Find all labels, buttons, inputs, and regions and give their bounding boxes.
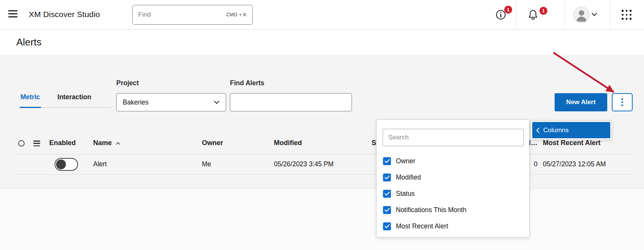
column-option-owner[interactable]: Owner [383,153,416,169]
chevron-down-icon [214,100,220,104]
alert-enabled-toggle[interactable] [55,158,78,171]
page-title: Alerts [16,36,41,48]
project-select-value: Bakeries [123,98,214,106]
search-shortcut-hint: CMD + K [226,12,252,17]
checkbox-checked-icon[interactable] [383,157,391,165]
toggle-knob [56,159,66,169]
project-select[interactable]: Bakeries [116,93,226,111]
content-area: Metric Interaction Project Bakeries Find… [0,56,644,250]
column-option-modified[interactable]: Modified [383,169,421,186]
alerts-tabs: Metric Interaction [20,93,111,108]
app-title: XM Discover Studio [29,10,100,19]
cell-most-recent-alert: 05/27/2023 12:05 AM [543,160,606,168]
divider [564,0,565,30]
col-header-enabled[interactable]: Enabled [49,139,76,147]
columns-search-input[interactable] [383,129,524,146]
project-label: Project [116,79,139,87]
divider [516,0,516,30]
col-header-modified[interactable]: Modified [274,139,302,147]
columns-popup: Owner Modified Status Notifications This… [376,119,530,238]
tab-interaction[interactable]: Interaction [57,93,92,107]
cell-modified: 05/26/2023 3:45 PM [274,160,334,168]
sort-asc-icon [116,142,120,145]
kebab-dropdown-menu: Columns [531,120,612,140]
global-search-input[interactable] [133,11,226,19]
find-alerts-input[interactable] [230,93,352,111]
checkbox-checked-icon[interactable] [383,206,391,214]
cell-owner: Me [202,160,211,168]
divider [610,0,610,30]
table-menu-icon[interactable] [33,141,40,148]
select-all-radio[interactable] [18,140,25,147]
column-option-most-recent-alert[interactable]: Most Recent Alert [383,218,448,234]
checkbox-checked-icon[interactable] [383,190,391,198]
menu-item-columns[interactable]: Columns [532,122,610,138]
checkbox-checked-icon[interactable] [383,222,391,230]
find-alerts-label: Find Alerts [230,79,264,87]
menu-icon[interactable] [8,10,19,19]
more-options-kebab-button[interactable] [612,93,633,111]
chevron-left-icon [536,127,540,133]
col-header-owner[interactable]: Owner [202,139,223,147]
bell-icon[interactable] [527,9,539,22]
cell-name[interactable]: Alert [93,160,107,168]
checkbox-checked-icon[interactable] [383,173,391,181]
apps-grid-icon[interactable] [622,10,632,20]
global-search[interactable]: CMD + K [132,5,253,25]
column-option-status[interactable]: Status [383,186,415,202]
col-header-name[interactable]: Name [93,139,120,147]
avatar-chevron-down-icon[interactable] [591,12,598,18]
new-alert-button[interactable]: New Alert [555,93,607,111]
table-row-divider [13,174,631,175]
bell-badge: 1 [539,7,547,15]
page-header-bar: Alerts [0,30,644,55]
app-window: XM Discover Studio CMD + K 1 1 Alerts [0,0,644,250]
col-header-most-recent-alert[interactable]: Most Recent Alert [543,139,600,147]
top-bar: XM Discover Studio CMD + K 1 1 [0,0,644,30]
avatar[interactable] [574,7,589,23]
tab-metric[interactable]: Metric [20,93,41,107]
table-header-divider [13,154,631,155]
column-option-notifications-this-month[interactable]: Notifications This Month [383,202,466,218]
cell-notifications: 0 [534,160,538,168]
info-badge: 1 [504,6,512,14]
